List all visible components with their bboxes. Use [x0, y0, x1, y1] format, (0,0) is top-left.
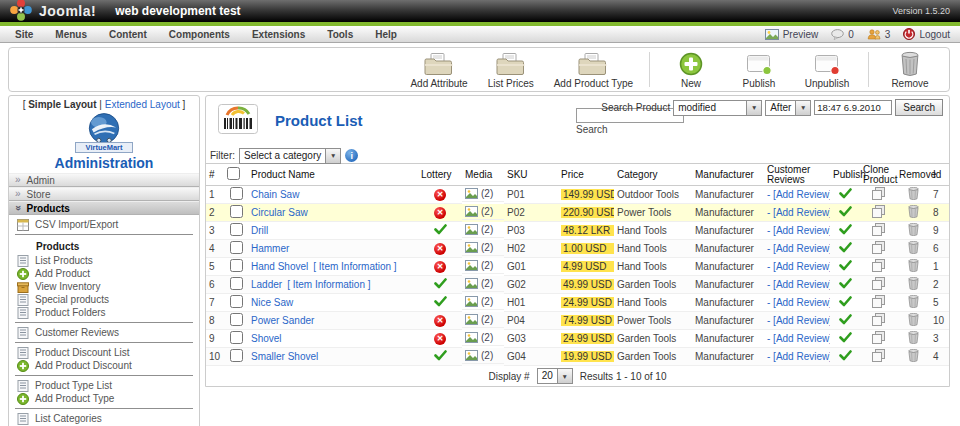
lottery-enabled-icon[interactable]: [434, 350, 447, 361]
clone-product-button[interactable]: [872, 241, 885, 254]
remove-product-button[interactable]: [908, 331, 919, 344]
add-review-link[interactable]: - [Add Review]: [767, 207, 830, 218]
users-indicator[interactable]: 3: [867, 29, 891, 40]
lottery-enabled-icon[interactable]: [434, 278, 447, 289]
remove-product-button[interactable]: [908, 295, 919, 308]
lottery-disabled-icon[interactable]: ✕: [434, 207, 446, 219]
item-information-link[interactable]: [ Item Information ]: [313, 261, 396, 272]
menu-components[interactable]: Components: [158, 27, 241, 42]
clone-product-button[interactable]: [872, 205, 885, 218]
publish-toggle-icon[interactable]: [839, 188, 852, 199]
add-review-link[interactable]: - [Add Review]: [767, 243, 830, 254]
row-checkbox[interactable]: [230, 331, 243, 344]
clone-product-button[interactable]: [872, 295, 885, 308]
search-operator-select[interactable]: After ▼: [765, 100, 811, 116]
sidebar-item-list-products[interactable]: List Products: [9, 254, 199, 267]
sidebar-section-store[interactable]: »Store: [9, 187, 199, 201]
clone-product-button[interactable]: [872, 259, 885, 272]
product-name-link[interactable]: Power Sander: [251, 315, 314, 326]
add-review-link[interactable]: - [Add Review]: [767, 297, 830, 308]
menu-tools[interactable]: Tools: [316, 27, 364, 42]
publish-toggle-icon[interactable]: [839, 242, 852, 253]
simple-layout-link[interactable]: Simple Layout: [28, 99, 96, 110]
add-review-link[interactable]: - [Add Review]: [767, 225, 830, 236]
toolbar-add-attribute-button[interactable]: Add Attribute: [404, 50, 473, 90]
toolbar-remove-button[interactable]: Remove: [879, 50, 941, 90]
sidebar-item-product-discount-list[interactable]: Product Discount List: [9, 346, 199, 359]
lottery-enabled-icon[interactable]: [434, 224, 447, 235]
clone-product-button[interactable]: [872, 331, 885, 344]
remove-product-button[interactable]: [908, 349, 919, 362]
row-checkbox[interactable]: [230, 205, 243, 218]
product-name-link[interactable]: Shovel: [251, 333, 282, 344]
product-name-link[interactable]: Circular Saw: [251, 207, 308, 218]
add-review-link[interactable]: - [Add Review]: [767, 189, 830, 200]
toolbar-new-button[interactable]: New: [660, 50, 722, 90]
publish-toggle-icon[interactable]: [839, 206, 852, 217]
clone-product-button[interactable]: [872, 223, 885, 236]
search-button[interactable]: Search: [895, 99, 943, 116]
add-review-link[interactable]: - [Add Review]: [767, 261, 830, 272]
select-all-checkbox[interactable]: [227, 167, 240, 180]
lottery-disabled-icon[interactable]: ✕: [434, 189, 446, 201]
search-field-select[interactable]: modified ▼: [673, 100, 762, 116]
sidebar-item-csv-import-export[interactable]: CSV Import/Export: [9, 218, 199, 231]
toolbar-unpublish-button[interactable]: Unpublish: [796, 50, 858, 90]
media-icon[interactable]: [465, 242, 478, 253]
sidebar-section-admin[interactable]: »Admin: [9, 173, 199, 187]
sidebar-item-add-product-type[interactable]: Add Product Type: [9, 392, 199, 405]
add-review-link[interactable]: - [Add Review]: [767, 333, 830, 344]
info-icon[interactable]: i: [345, 149, 358, 162]
item-information-link[interactable]: [ Item Information ]: [287, 279, 370, 290]
sidebar-item-add-product-discount[interactable]: Add Product Discount: [9, 359, 199, 372]
remove-product-button[interactable]: [908, 259, 919, 272]
media-icon[interactable]: [465, 296, 478, 307]
menu-extensions[interactable]: Extensions: [241, 27, 316, 42]
sidebar-item-special-products[interactable]: Special products: [9, 293, 199, 306]
logout-button[interactable]: Logout: [903, 28, 950, 40]
remove-product-button[interactable]: [908, 241, 919, 254]
display-count-select[interactable]: 20 ▼: [537, 368, 573, 384]
clone-product-button[interactable]: [872, 313, 885, 326]
media-icon[interactable]: [465, 332, 478, 343]
lottery-enabled-icon[interactable]: [434, 296, 447, 307]
lottery-disabled-icon[interactable]: ✕: [434, 333, 446, 345]
media-icon[interactable]: [465, 278, 478, 289]
media-icon[interactable]: [465, 350, 478, 361]
publish-toggle-icon[interactable]: [839, 260, 852, 271]
product-name-link[interactable]: Drill: [251, 225, 268, 236]
row-checkbox[interactable]: [230, 295, 243, 308]
media-icon[interactable]: [465, 314, 478, 325]
toolbar-list-prices-button[interactable]: List Prices: [480, 50, 542, 90]
sidebar-item-list-categories[interactable]: List Categories: [9, 412, 199, 425]
menu-site[interactable]: Site: [4, 27, 44, 42]
add-review-link[interactable]: - [Add Review]: [767, 351, 830, 362]
row-checkbox[interactable]: [230, 349, 243, 362]
media-icon[interactable]: [465, 188, 478, 199]
row-checkbox[interactable]: [230, 223, 243, 236]
clone-product-button[interactable]: [872, 349, 885, 362]
clone-product-button[interactable]: [872, 277, 885, 290]
toolbar-publish-button[interactable]: Publish: [728, 50, 790, 90]
product-name-link[interactable]: Ladder[ Item Information ]: [251, 279, 371, 290]
publish-toggle-icon[interactable]: [839, 296, 852, 307]
row-checkbox[interactable]: [230, 313, 243, 326]
row-checkbox[interactable]: [230, 187, 243, 200]
product-name-link[interactable]: Smaller Shovel: [251, 351, 318, 362]
media-icon[interactable]: [465, 206, 478, 217]
product-name-link[interactable]: Hammer: [251, 243, 289, 254]
lottery-disabled-icon[interactable]: ✕: [434, 243, 446, 255]
menu-menus[interactable]: Menus: [44, 27, 98, 42]
row-checkbox[interactable]: [230, 277, 243, 290]
publish-toggle-icon[interactable]: [839, 350, 852, 361]
media-icon[interactable]: [465, 260, 478, 271]
product-name-link[interactable]: Hand Shovel[ Item Information ]: [251, 261, 397, 272]
row-checkbox[interactable]: [230, 259, 243, 272]
lottery-disabled-icon[interactable]: ✕: [434, 261, 446, 273]
product-name-link[interactable]: Chain Saw: [251, 189, 299, 200]
sidebar-item-customer-reviews[interactable]: Customer Reviews: [9, 326, 199, 339]
remove-product-button[interactable]: [908, 205, 919, 218]
remove-product-button[interactable]: [908, 277, 919, 290]
menu-help[interactable]: Help: [364, 27, 408, 42]
toolbar-add-product-type-button[interactable]: Add Product Type: [548, 50, 639, 90]
